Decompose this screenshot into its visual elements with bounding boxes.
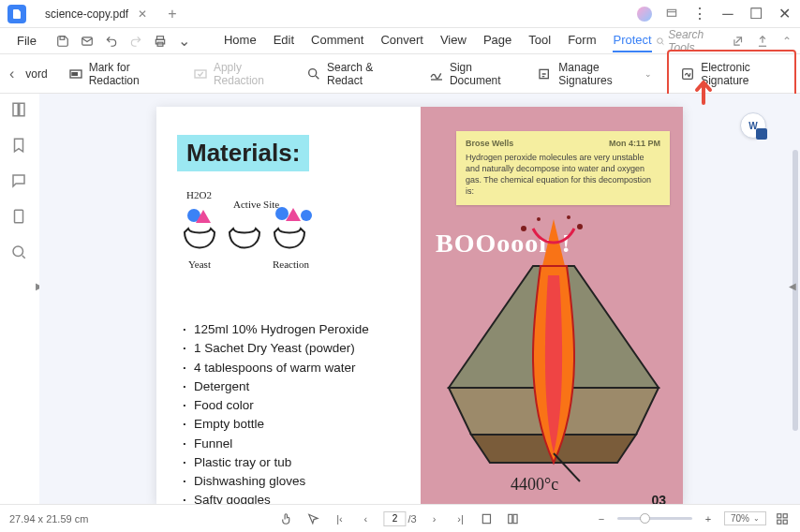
first-page-icon[interactable]: |‹ [331, 510, 348, 527]
sign-document-label: Sign Document [450, 61, 513, 87]
fullscreen-icon[interactable] [774, 510, 791, 527]
active-site-label: Active Site [233, 199, 279, 210]
minimize-icon[interactable]: ─ [719, 6, 736, 22]
undo-icon[interactable] [104, 34, 119, 49]
mark-redaction-label: Mark for Redaction [89, 61, 169, 87]
zoom-select[interactable]: 70% ⌄ [724, 511, 766, 525]
tab-comment[interactable]: Comment [311, 29, 363, 52]
annotation-arrow-icon [689, 77, 718, 105]
left-sidebar [0, 94, 39, 504]
file-menu[interactable]: File [7, 32, 46, 50]
svg-rect-13 [13, 103, 18, 116]
menu-kebab-icon[interactable]: ⋮ [691, 6, 708, 22]
zoom-slider[interactable] [617, 517, 692, 520]
fit-width-icon[interactable] [479, 510, 496, 527]
temperature-label: 4400°c [511, 475, 558, 495]
sticky-time: Mon 4:11 PM [609, 139, 660, 148]
hand-tool-icon[interactable] [278, 510, 295, 527]
save-icon[interactable] [55, 34, 70, 49]
mail-icon[interactable] [80, 34, 95, 49]
reaction-sketch: H2O2 Active Site Yeast Reaction [183, 187, 351, 281]
svg-rect-1 [60, 36, 65, 39]
toolbar-overflow-hint: vord [25, 67, 47, 81]
print-icon[interactable] [153, 34, 168, 49]
svg-rect-31 [783, 513, 787, 517]
apply-redaction-label: Apply Redaction [214, 61, 282, 87]
toolbar-scroll-left-icon[interactable]: ‹ [4, 66, 20, 82]
list-item: Safty goggles [183, 491, 369, 504]
manage-sig-icon [538, 66, 553, 81]
tab-page[interactable]: Page [483, 29, 511, 52]
zoom-thumb[interactable] [640, 513, 650, 524]
page-input[interactable] [383, 511, 406, 526]
svg-point-24 [537, 217, 541, 221]
manage-signatures-button[interactable]: Manage Signatures ⌄ [528, 55, 661, 93]
svg-rect-14 [19, 103, 23, 116]
tab-protect[interactable]: Protect [613, 29, 651, 52]
svg-rect-32 [778, 520, 781, 524]
tab-form[interactable]: Form [568, 29, 596, 52]
sign-document-button[interactable]: Sign Document [420, 55, 523, 93]
materials-heading: Materials: [177, 135, 309, 171]
mark-redaction-button[interactable]: Mark for Redaction [59, 55, 178, 93]
expand-right-panel-icon[interactable]: ◀ [789, 281, 796, 291]
list-item: 4 tablespoons of warm water [183, 359, 369, 377]
materials-list: 125ml 10% Hydrogen Peroxide 1 Sachet Dry… [183, 320, 369, 504]
word-export-badge[interactable]: W [740, 112, 766, 139]
search-redact-label: Search & Redact [327, 61, 398, 87]
svg-rect-9 [195, 70, 206, 78]
share-icon[interactable] [732, 34, 745, 49]
tab-home[interactable]: Home [224, 29, 257, 52]
prev-page-icon[interactable]: ‹ [357, 510, 374, 527]
comment-icon[interactable] [10, 172, 29, 191]
sticky-body: Hydrogen peroxide molecules are very uns… [466, 152, 660, 198]
notification-icon[interactable] [663, 6, 680, 22]
search-panel-icon[interactable] [10, 244, 29, 262]
zoom-out-icon[interactable]: − [593, 510, 610, 527]
apply-redaction-button: Apply Redaction [184, 55, 291, 93]
workspace: ▶ W Materials: H2O2 Active Site Y [0, 94, 800, 504]
search-redact-button[interactable]: Search & Redact [297, 55, 407, 93]
document-tab[interactable]: science-copy.pdf ✕ [34, 2, 160, 26]
search-redact-icon [306, 66, 321, 81]
volcano-illustration [430, 210, 677, 491]
list-item: 1 Sachet Dry Yeast (powder) [183, 339, 369, 358]
tab-edit[interactable]: Edit [274, 29, 294, 52]
thumbnails-icon[interactable] [10, 101, 29, 120]
maximize-icon[interactable]: ☐ [748, 6, 764, 22]
svg-point-22 [521, 226, 526, 231]
page-dimensions: 27.94 x 21.59 cm [9, 513, 88, 525]
redo-icon[interactable] [128, 34, 143, 49]
list-item: Funnel [183, 435, 369, 453]
tab-view[interactable]: View [440, 29, 467, 52]
reaction-label: Reaction [273, 259, 310, 270]
account-avatar-icon[interactable] [637, 7, 652, 22]
last-page-icon[interactable]: ›| [452, 510, 469, 527]
ribbon-tabs: Home Edit Comment Convert View Page Tool… [224, 29, 652, 52]
add-tab-button[interactable]: + [168, 6, 176, 22]
document-canvas[interactable]: W Materials: H2O2 Active Site Yeast [39, 94, 800, 504]
svg-rect-27 [483, 514, 491, 523]
yeast-label: Yeast [188, 259, 211, 270]
next-page-icon[interactable]: › [426, 510, 443, 527]
titlebar: science-copy.pdf ✕ + ⋮ ─ ☐ ✕ [0, 0, 800, 28]
bookmark-icon[interactable] [10, 137, 29, 155]
upload-icon[interactable] [756, 34, 769, 49]
svg-point-21 [301, 210, 312, 221]
select-tool-icon[interactable] [304, 510, 321, 527]
collapse-ribbon-icon[interactable]: ⌃ [780, 34, 793, 49]
fit-page-icon[interactable] [505, 510, 522, 527]
close-tab-icon[interactable]: ✕ [136, 7, 149, 21]
zoom-in-icon[interactable]: + [700, 510, 717, 527]
qat-chevron-icon[interactable]: ⌄ [177, 34, 192, 49]
tab-convert[interactable]: Convert [380, 29, 423, 52]
close-window-icon[interactable]: ✕ [776, 6, 793, 22]
redaction-icon [68, 66, 83, 81]
attachment-icon[interactable] [10, 208, 29, 227]
sticky-note[interactable]: Brose Wells Mon 4:11 PM Hydrogen peroxid… [456, 131, 670, 205]
statusbar: 27.94 x 21.59 cm |‹ ‹ /3 › ›| − + 70% ⌄ [0, 504, 800, 532]
sign-icon [429, 66, 444, 81]
tab-tool[interactable]: Tool [528, 29, 551, 52]
list-item: 125ml 10% Hydrogen Peroxide [183, 320, 369, 339]
chevron-down-icon: ⌄ [753, 514, 760, 523]
